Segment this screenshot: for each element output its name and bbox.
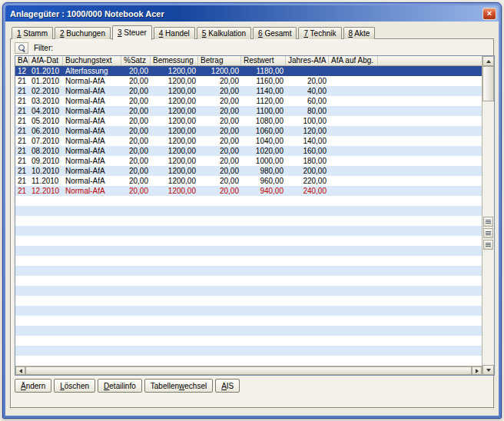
column-header-afa_auf_abg[interactable]: AfA auf Abg. [329,56,378,65]
filter-button[interactable] [15,42,28,54]
cell-satz [121,266,151,276]
aendern-button[interactable]: Ändern [15,379,51,393]
cell-restwert: 1080,00 [241,116,286,126]
cell-restwert [241,196,286,206]
tab-kalkulation[interactable]: 5 Kalkulation [197,27,251,39]
tab-akte[interactable]: 8 Akte [343,27,376,39]
horizontal-scrollbar-thumb[interactable] [25,366,472,375]
ais-button[interactable]: AIS [215,379,240,393]
cell-bemessung [151,346,198,356]
table-row[interactable]: 2106.2010Normal-AfA20,001200,0020,001060… [15,126,482,136]
horizontal-scrollbar[interactable] [15,366,482,375]
table-row[interactable]: 1201.2010Alterfassung20,001200,001200,00… [15,66,482,76]
grid-option-button-2[interactable] [483,228,493,238]
table-row[interactable]: 2112.2010Normal-AfA20,001200,0020,00940,… [15,186,482,196]
cell-buchungstext: Normal-AfA [63,76,121,86]
column-header-jahres_afa[interactable]: Jahres-AfA [286,56,329,65]
cell-buchungstext: Normal-AfA [63,166,121,176]
cell-betrag [198,326,241,336]
table-row[interactable]: 2111.2010Normal-AfA20,001200,0020,00960,… [15,176,482,186]
tab-stamm[interactable]: 1 Stamm [12,27,53,39]
grid-option-button-3[interactable] [483,240,493,250]
column-header-bemessung[interactable]: Bemessung [151,56,198,65]
table-row-empty[interactable] [15,316,482,326]
table-row[interactable]: 2107.2010Normal-AfA20,001200,0020,001040… [15,136,482,146]
table-row[interactable]: 2105.2010Normal-AfA20,001200,0020,001080… [15,116,482,126]
cell-filler [378,286,482,296]
table-row[interactable]: 2101.2010Normal-AfA20,001200,0020,001160… [15,76,482,86]
vertical-scrollbar-thumb[interactable] [482,66,494,101]
cell-filler [378,326,482,336]
cell-restwert [241,236,286,246]
tab-steuer[interactable]: 3 Steuer [112,25,152,40]
column-header-afa_dat[interactable]: AfA-Dat [29,56,63,65]
scroll-down-button[interactable] [482,365,494,375]
tab-gesamt[interactable]: 6 Gesamt [253,27,297,39]
table-row-empty[interactable] [15,286,482,296]
scroll-left-button[interactable] [15,366,25,375]
cell-satz: 20,00 [121,66,151,76]
table-row-empty[interactable] [15,246,482,256]
table-row-empty[interactable] [15,306,482,316]
vertical-scrollbar[interactable] [482,56,494,375]
loeschen-button[interactable]: Löschen [54,379,95,393]
cell-buchungstext: Normal-AfA [63,136,121,146]
column-header-restwert[interactable]: Restwert [241,56,286,65]
table-row[interactable]: 2108.2010Normal-AfA20,001200,0020,001020… [15,146,482,156]
grid-body: 1201.2010Alterfassung20,001200,001200,00… [15,66,482,366]
tab-handel[interactable]: 4 Handel [154,27,195,39]
cell-buchungstext: Normal-AfA [63,146,121,156]
cell-ba: 21 [15,136,29,146]
table-row-empty[interactable] [15,276,482,286]
table-row-empty[interactable] [15,296,482,306]
cell-betrag: 20,00 [198,106,241,116]
table-row-empty[interactable] [15,346,482,356]
cell-ba [15,296,29,306]
cell-bemessung: 1200,00 [151,106,198,116]
cell-afa_auf_abg [329,336,378,346]
table-row-empty[interactable] [15,326,482,336]
filter-bar: Filter: [15,41,489,54]
cell-jahres_afa: 180,00 [286,156,329,166]
cell-restwert: 980,00 [241,166,286,176]
cell-buchungstext: Normal-AfA [63,156,121,166]
cell-restwert: 1100,00 [241,106,286,116]
scroll-up-button[interactable] [482,56,494,66]
cell-restwert [241,256,286,266]
grid-option-button-1[interactable] [483,217,493,227]
cell-afa_dat: 12.2010 [29,186,63,196]
table-row-empty[interactable] [15,266,482,276]
table-row-empty[interactable] [15,226,482,236]
detailinfo-button[interactable]: Detailinfo [98,379,142,393]
close-button[interactable]: × [482,8,496,20]
tabellenwechsel-button[interactable]: Tabellenwechsel [144,379,213,393]
cell-satz: 20,00 [121,126,151,136]
table-row-empty[interactable] [15,356,482,366]
table-row[interactable]: 2104.2010Normal-AfA20,001200,0020,001100… [15,106,482,116]
tab-buchungen[interactable]: 2 Buchungen [55,27,111,39]
table-row-empty[interactable] [15,206,482,216]
scroll-right-button[interactable] [472,366,482,375]
table-row-empty[interactable] [15,236,482,246]
title-bar[interactable]: Anlagegüter : 1000/000 Notebook Acer × [5,5,499,22]
cell-satz [121,276,151,286]
column-header-betrag[interactable]: Betrag [198,56,241,65]
column-header-ba[interactable]: BA [15,56,29,65]
cell-filler [378,116,482,126]
table-row[interactable]: 2103.2010Normal-AfA20,001200,0020,001120… [15,96,482,106]
afa-schedule-table: BAAfA-DatBuchungstext%SatzBemessungBetra… [15,55,495,376]
table-row[interactable]: 2109.2010Normal-AfA20,001200,0020,001000… [15,156,482,166]
cell-satz [121,216,151,226]
table-row[interactable]: 2110.2010Normal-AfA20,001200,0020,00980,… [15,166,482,176]
cell-buchungstext [63,246,121,256]
tab-technik[interactable]: 7 Technik [298,27,341,39]
cell-satz [121,206,151,216]
table-row-empty[interactable] [15,216,482,226]
cell-filler [378,126,482,136]
table-row-empty[interactable] [15,196,482,206]
table-row[interactable]: 2102.2010Normal-AfA20,001200,0020,001140… [15,86,482,96]
table-row-empty[interactable] [15,256,482,266]
column-header-buchungstext[interactable]: Buchungstext [63,56,121,65]
table-row-empty[interactable] [15,336,482,346]
column-header-satz[interactable]: %Satz [121,56,151,65]
